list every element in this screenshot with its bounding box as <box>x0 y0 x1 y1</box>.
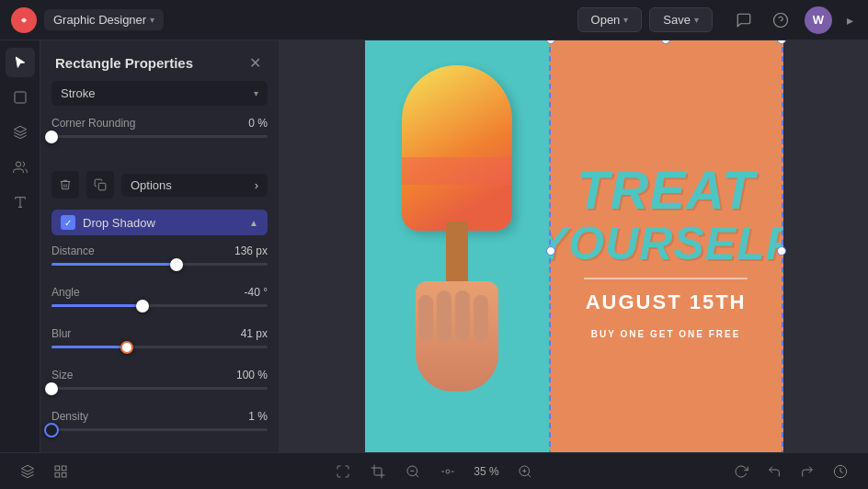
duplicate-button[interactable] <box>86 171 114 199</box>
open-button[interactable]: Open ▾ <box>577 7 643 32</box>
action-row: Options › <box>40 171 279 210</box>
poster-line3: AUGUST 15TH <box>586 290 747 314</box>
drop-shadow-checkbox[interactable]: ✓ <box>61 215 75 230</box>
bottom-right <box>728 459 853 484</box>
save-chevron: ▾ <box>694 15 699 25</box>
panel-title: Rectangle Properties <box>55 55 193 71</box>
shapes-tool[interactable] <box>6 83 35 112</box>
grid-bottom-icon[interactable] <box>48 459 74 484</box>
poster-background: TREAT YOURSELF AUGUST 15TH BUY ONE GET O… <box>365 40 783 452</box>
size-label: Size <box>51 369 73 381</box>
svg-rect-7 <box>55 472 60 477</box>
fit-screen-icon[interactable] <box>330 459 356 484</box>
svg-rect-2 <box>15 92 26 103</box>
options-label: Options <box>131 178 172 192</box>
bottom-left <box>15 459 74 484</box>
corner-rounding-label: Corner Rounding <box>51 117 135 130</box>
svg-rect-8 <box>62 472 66 477</box>
user-avatar[interactable]: W <box>805 6 832 34</box>
svg-point-3 <box>16 162 20 166</box>
poster-line2: YOURSELF <box>537 221 783 267</box>
text-tool[interactable] <box>6 188 35 217</box>
side-panel: Rectangle Properties ✕ Stroke ▾ Corner R… <box>40 40 280 452</box>
poster-container: TREAT YOURSELF AUGUST 15TH BUY ONE GET O… <box>365 40 783 452</box>
icon-bar <box>0 40 40 452</box>
layers-tool[interactable] <box>6 118 35 147</box>
refresh-icon[interactable] <box>728 459 754 484</box>
redo-icon[interactable] <box>794 459 820 484</box>
zoom-out-icon[interactable] <box>400 459 426 484</box>
density-value: 1 % <box>248 410 268 423</box>
app-name-button[interactable]: Graphic Designer ▾ <box>44 9 164 30</box>
angle-value: -40 ° <box>245 286 268 299</box>
density-slider[interactable] <box>51 428 268 431</box>
zoom-level: 35 % <box>470 465 503 478</box>
topbar-icons: W ▸ <box>731 6 857 34</box>
stroke-chevron: ▾ <box>254 88 258 98</box>
cursor-tool[interactable] <box>6 48 35 77</box>
undo-icon[interactable] <box>761 459 787 484</box>
options-chevron: › <box>255 178 258 192</box>
svg-line-16 <box>528 474 531 477</box>
chat-icon[interactable] <box>731 7 757 33</box>
svg-line-10 <box>416 474 418 477</box>
distance-slider[interactable] <box>51 263 268 266</box>
people-tool[interactable] <box>6 153 35 182</box>
distance-label: Distance <box>51 244 95 257</box>
svg-rect-5 <box>55 466 60 471</box>
distance-section: Distance 136 px <box>40 244 279 286</box>
delete-button[interactable] <box>51 171 79 199</box>
drop-shadow-label: Drop Shadow <box>83 216 242 230</box>
zoom-in-icon[interactable] <box>512 459 538 484</box>
stroke-label: Stroke <box>61 86 254 100</box>
corner-rounding-value: 0 % <box>248 117 268 130</box>
open-chevron: ▾ <box>623 15 628 25</box>
svg-point-12 <box>446 470 450 473</box>
pan-icon[interactable] <box>435 459 461 484</box>
help-icon[interactable] <box>768 7 794 33</box>
app-name-label: Graphic Designer <box>53 13 146 27</box>
poster-line1: TREAT <box>577 164 755 217</box>
blur-slider[interactable] <box>51 346 268 348</box>
drop-shadow-toggle[interactable]: ✓ Drop Shadow ▲ <box>51 210 268 235</box>
blur-value: 41 px <box>241 327 268 340</box>
poster-line4: BUY ONE GET ONE FREE <box>591 329 741 339</box>
app-name-chevron: ▾ <box>150 15 154 25</box>
topbar: Graphic Designer ▾ Open ▾ Save ▾ W ▸ <box>0 0 868 40</box>
bottom-center: 35 % <box>330 459 538 484</box>
blur-section: Blur 41 px <box>40 327 279 369</box>
canvas-area[interactable]: TREAT YOURSELF AUGUST 15TH BUY ONE GET O… <box>280 40 868 452</box>
angle-label: Angle <box>51 286 80 299</box>
history-icon[interactable] <box>828 459 853 484</box>
more-options-icon[interactable]: ▸ <box>843 13 857 28</box>
svg-rect-4 <box>98 183 106 190</box>
panel-close-button[interactable]: ✕ <box>246 53 264 72</box>
size-section: Size 100 % <box>40 369 279 410</box>
size-slider[interactable] <box>51 387 268 390</box>
blur-label: Blur <box>51 327 71 340</box>
svg-rect-6 <box>62 466 66 471</box>
options-button[interactable]: Options › <box>121 174 268 197</box>
corner-rounding-section: Corner Rounding 0 % <box>40 117 279 158</box>
stroke-selector[interactable]: Stroke ▾ <box>51 81 268 106</box>
angle-section: Angle -40 ° <box>40 286 279 327</box>
bottom-bar: 35 % <box>0 452 868 489</box>
svg-point-1 <box>774 13 788 27</box>
corner-rounding-slider[interactable] <box>51 135 268 138</box>
distance-value: 136 px <box>234 244 268 257</box>
density-section: Density 1 % <box>40 410 279 451</box>
crop-icon[interactable] <box>365 459 391 484</box>
orange-rectangle: TREAT YOURSELF AUGUST 15TH BUY ONE GET O… <box>549 40 783 452</box>
main-area: Rectangle Properties ✕ Stroke ▾ Corner R… <box>0 40 868 452</box>
app-logo[interactable] <box>11 7 37 33</box>
size-value: 100 % <box>236 369 268 381</box>
density-label: Density <box>51 410 88 423</box>
drop-shadow-chevron: ▲ <box>249 218 258 228</box>
angle-slider[interactable] <box>51 304 268 307</box>
layers-bottom-icon[interactable] <box>15 459 40 484</box>
panel-header: Rectangle Properties ✕ <box>40 40 279 81</box>
save-button[interactable]: Save ▾ <box>649 7 713 32</box>
